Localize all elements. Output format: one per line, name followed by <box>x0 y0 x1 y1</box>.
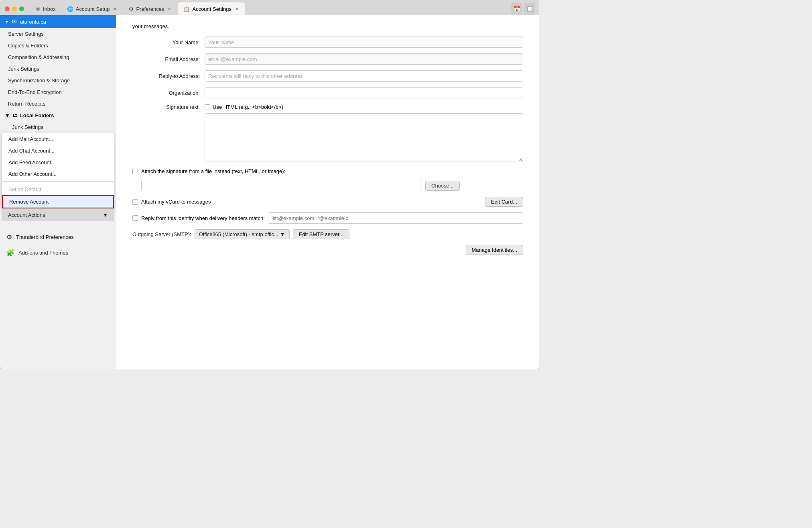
tab-account-settings[interactable]: 📋 Account Settings ✕ <box>178 2 245 15</box>
sidebar-item-return-receipts[interactable]: Return Receipts <box>0 98 116 110</box>
signature-text-row: Signature text: Use HTML (e.g., <b>bold<… <box>132 104 523 110</box>
sidebar-item-junk-settings[interactable]: Junk Settings <box>0 63 116 75</box>
edit-smtp-button[interactable]: Edit SMTP server... <box>293 229 350 239</box>
addons-themes-item[interactable]: 🧩 Add-ons and Themes <box>0 245 116 261</box>
sidebar-item-server-settings[interactable]: Server Settings <box>0 28 116 40</box>
addons-themes-label: Add-ons and Themes <box>18 250 68 256</box>
attach-file-input[interactable] <box>141 180 422 191</box>
signature-textarea[interactable] <box>205 113 523 161</box>
preferences-icon: ⚙ <box>129 6 134 12</box>
reply-from-checkbox[interactable] <box>132 215 138 221</box>
your-name-label: Your Name: <box>132 39 205 45</box>
dropdown-remove-account[interactable]: Remove Account <box>2 195 114 208</box>
outgoing-server-row: Outgoing Server (SMTP): Office365 (Micro… <box>132 229 523 239</box>
attach-signature-label: Attach the signature from a file instead… <box>141 168 285 174</box>
use-html-label: Use HTML (e.g., <b>bold</b>) <box>213 104 283 110</box>
tasks-icon[interactable]: 📋 <box>524 3 535 14</box>
vcard-checkbox[interactable] <box>132 199 138 205</box>
signature-label: Signature text: <box>132 104 205 110</box>
attach-file-row: Choose... <box>141 180 523 191</box>
tab-bar: ✉ Inbox 🌐 Account Setup ✕ ⚙ Preferences … <box>0 0 539 15</box>
choose-button[interactable]: Choose... <box>425 181 460 191</box>
tab-account-setup[interactable]: 🌐 Account Setup ✕ <box>61 2 124 15</box>
tab-preferences[interactable]: ⚙ Preferences ✕ <box>123 2 178 15</box>
account-header[interactable]: ▼ ✉ utoronto.ca <box>0 15 116 28</box>
account-actions-label: Account Actions <box>8 212 45 218</box>
thunderbird-prefs-label: Thunderbird Preferences <box>16 234 74 240</box>
tab-account-setup-close[interactable]: ✕ <box>112 6 118 12</box>
local-folders-folder-icon: 🗂 <box>12 112 18 118</box>
sidebar-item-copies-folders[interactable]: Copies & Folders <box>0 40 116 51</box>
organization-row: Organization: <box>132 87 523 98</box>
use-html-row: Use HTML (e.g., <b>bold</b>) <box>205 104 283 110</box>
addons-themes-icon: 🧩 <box>6 249 14 257</box>
local-folders-label: Local Folders <box>20 112 54 118</box>
dropdown-add-chat[interactable]: Add Chat Account... <box>2 145 114 157</box>
local-folders-chevron-icon: ▼ <box>5 112 10 118</box>
dropdown-menu: Add Mail Account... Add Chat Account... … <box>2 133 114 209</box>
organization-input[interactable] <box>205 87 523 98</box>
sidebar-item-composition-addressing[interactable]: Composition & Addressing <box>0 51 116 63</box>
reply-from-label: Reply from this identity when delivery h… <box>141 215 265 221</box>
main-area: ▼ ✉ utoronto.ca Server Settings Copies &… <box>0 15 539 369</box>
dropdown-add-other[interactable]: Add Other Account... <box>2 168 114 180</box>
your-name-input[interactable] <box>205 37 523 48</box>
sidebar-item-end-to-end[interactable]: End-To-End Encryption <box>0 86 116 98</box>
reply-from-input[interactable] <box>268 212 523 224</box>
smtp-dropdown[interactable]: Office365 (Microsoft) - smtp.offic... ▼ <box>195 229 290 239</box>
email-input[interactable] <box>205 53 523 65</box>
signature-section: Signature text: Use HTML (e.g., <b>bold<… <box>132 104 523 163</box>
manage-identities-button[interactable]: Manage Identities... <box>466 245 523 255</box>
your-name-row: Your Name: <box>132 37 523 48</box>
smtp-value: Office365 (Microsoft) - smtp.offic... <box>199 231 278 237</box>
account-chevron-icon: ▼ <box>5 20 9 24</box>
sidebar-item-junk-settings-local[interactable]: Junk Settings <box>0 121 116 133</box>
content-panel: your messages. Your Name: Email Address:… <box>116 15 539 369</box>
smtp-chevron-icon: ▼ <box>280 231 285 237</box>
tab-inbox-label: Inbox <box>43 6 56 12</box>
tab-account-settings-close[interactable]: ✕ <box>234 6 240 12</box>
sidebar-item-sync-storage[interactable]: Synchronization & Storage <box>0 75 116 86</box>
tab-inbox[interactable]: ✉ Inbox <box>30 2 61 15</box>
tab-preferences-label: Preferences <box>136 6 164 12</box>
toolbar-right: 📅 📋 <box>507 2 539 15</box>
email-label: Email Address: <box>132 56 205 62</box>
main-window: ✉ Inbox 🌐 Account Setup ✕ ⚙ Preferences … <box>0 0 539 369</box>
thunderbird-preferences-item[interactable]: ⚙ Thunderbird Preferences <box>0 229 116 245</box>
account-actions-chevron-icon: ▼ <box>103 212 108 218</box>
account-actions-button[interactable]: Account Actions ▼ <box>2 209 114 221</box>
inbox-icon: ✉ <box>36 6 41 12</box>
dropdown-add-feed[interactable]: Add Feed Account... <box>2 157 114 168</box>
account-settings-icon: 📋 <box>183 6 190 12</box>
tab-preferences-close[interactable]: ✕ <box>166 6 172 12</box>
maximize-button[interactable] <box>19 6 24 11</box>
vcard-left: Attach my vCard to messages <box>132 199 211 205</box>
reply-to-input[interactable] <box>205 70 523 82</box>
sidebar: ▼ ✉ utoronto.ca Server Settings Copies &… <box>0 15 116 369</box>
attach-signature-section: Attach the signature from a file instead… <box>132 168 523 174</box>
scroll-hint-text: your messages. <box>132 23 523 29</box>
calendar-icon[interactable]: 📅 <box>511 3 522 14</box>
reply-to-label: Reply-to Address: <box>132 73 205 79</box>
thunderbird-prefs-icon: ⚙ <box>6 233 12 241</box>
account-setup-icon: 🌐 <box>67 6 73 12</box>
vcard-row: Attach my vCard to messages Edit Card... <box>132 197 523 207</box>
account-label: utoronto.ca <box>20 19 46 25</box>
manage-identities-row: Manage Identities... <box>132 245 523 255</box>
reply-to-row: Reply-to Address: <box>132 70 523 82</box>
minimize-button[interactable] <box>12 6 17 11</box>
attach-signature-checkbox[interactable] <box>132 169 138 174</box>
close-button[interactable] <box>5 6 10 11</box>
outgoing-label: Outgoing Server (SMTP): <box>132 231 191 237</box>
organization-label: Organization: <box>132 90 205 96</box>
use-html-checkbox[interactable] <box>205 104 210 110</box>
vcard-label: Attach my vCard to messages <box>141 199 211 205</box>
dropdown-add-mail[interactable]: Add Mail Account... <box>2 133 114 145</box>
edit-card-button[interactable]: Edit Card... <box>485 197 523 207</box>
sidebar-footer: ⚙ Thunderbird Preferences 🧩 Add-ons and … <box>0 229 116 261</box>
dropdown-divider <box>2 181 114 182</box>
email-address-row: Email Address: <box>132 53 523 65</box>
tab-account-settings-label: Account Settings <box>192 6 231 12</box>
reply-from-row: Reply from this identity when delivery h… <box>132 212 523 224</box>
local-folders-header[interactable]: ▼ 🗂 Local Folders <box>0 110 116 121</box>
